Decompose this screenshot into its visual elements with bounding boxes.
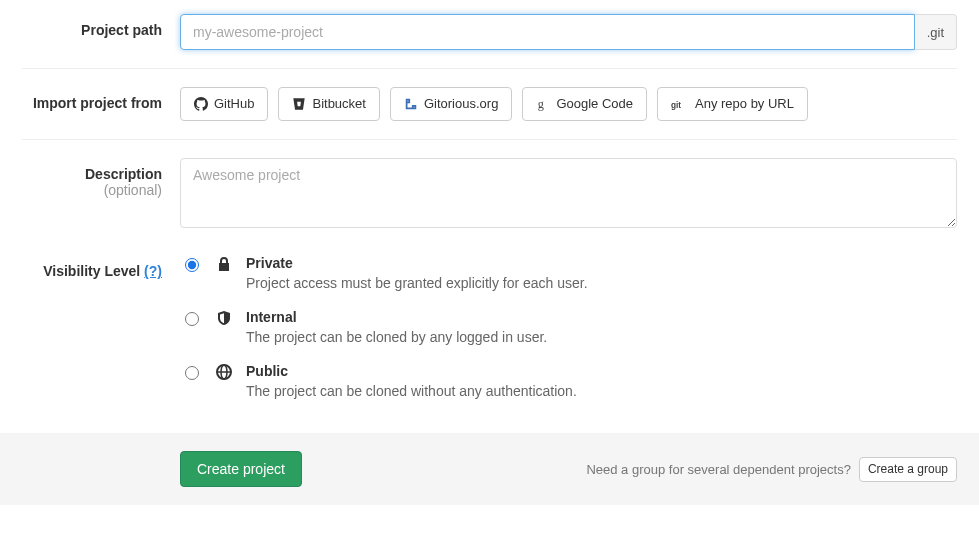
- svg-text:g: g: [538, 97, 544, 111]
- footer-bar: Create project Need a group for several …: [0, 433, 979, 505]
- project-path-label: Project path: [22, 14, 180, 38]
- import-google-code-label: Google Code: [556, 95, 633, 113]
- description-row: Description (optional): [22, 140, 957, 249]
- project-path-group: .git: [180, 14, 957, 50]
- visibility-private-title: Private: [246, 255, 957, 271]
- google-code-icon: g: [536, 97, 550, 111]
- gitorious-icon: [404, 97, 418, 111]
- group-hint-text: Need a group for several dependent proje…: [586, 462, 851, 477]
- git-suffix: .git: [915, 14, 957, 50]
- visibility-option-private: Private Project access must be granted e…: [180, 255, 957, 291]
- description-optional-label: (optional): [22, 182, 162, 198]
- project-path-input[interactable]: [180, 14, 915, 50]
- visibility-label: Visibility Level (?): [22, 255, 180, 279]
- lock-icon: [216, 256, 232, 272]
- visibility-radio-public[interactable]: [185, 366, 199, 380]
- visibility-radio-internal[interactable]: [185, 312, 199, 326]
- visibility-help-link[interactable]: (?): [144, 263, 162, 279]
- visibility-private-desc: Project access must be granted explicitl…: [246, 275, 957, 291]
- visibility-public-desc: The project can be cloned without any au…: [246, 383, 957, 399]
- bitbucket-icon: [292, 97, 306, 111]
- create-group-button[interactable]: Create a group: [859, 457, 957, 482]
- visibility-radio-private[interactable]: [185, 258, 199, 272]
- description-textarea[interactable]: [180, 158, 957, 228]
- import-button-bitbucket[interactable]: Bitbucket: [278, 87, 379, 121]
- import-button-google-code[interactable]: g Google Code: [522, 87, 647, 121]
- import-bitbucket-label: Bitbucket: [312, 95, 365, 113]
- visibility-option-public: Public The project can be cloned without…: [180, 363, 957, 399]
- description-label: Description (optional): [22, 158, 180, 198]
- import-button-gitorious[interactable]: Gitorious.org: [390, 87, 512, 121]
- globe-icon: [216, 364, 232, 380]
- import-button-github[interactable]: GitHub: [180, 87, 268, 121]
- svg-text:git: git: [671, 101, 681, 110]
- visibility-row: Visibility Level (?) Private Project acc…: [22, 249, 957, 423]
- visibility-internal-title: Internal: [246, 309, 957, 325]
- import-gitorious-label: Gitorious.org: [424, 95, 498, 113]
- import-github-label: GitHub: [214, 95, 254, 113]
- project-path-row: Project path .git: [22, 10, 957, 69]
- create-project-button[interactable]: Create project: [180, 451, 302, 487]
- import-button-any-repo[interactable]: git Any repo by URL: [657, 87, 808, 121]
- shield-icon: [216, 310, 232, 326]
- github-icon: [194, 97, 208, 111]
- visibility-option-internal: Internal The project can be cloned by an…: [180, 309, 957, 345]
- visibility-internal-desc: The project can be cloned by any logged …: [246, 329, 957, 345]
- visibility-public-title: Public: [246, 363, 957, 379]
- import-from-label: Import project from: [22, 87, 180, 111]
- git-icon: git: [671, 97, 689, 111]
- import-any-repo-label: Any repo by URL: [695, 95, 794, 113]
- import-from-row: Import project from GitHub Bitbucket: [22, 69, 957, 140]
